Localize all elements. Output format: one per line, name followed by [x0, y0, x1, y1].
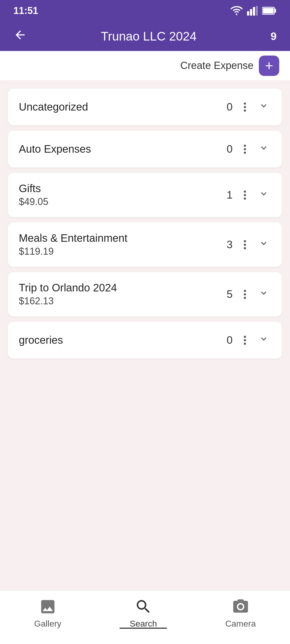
chevron-down-icon-meals-entertainment[interactable] [256, 236, 271, 253]
chevron-down-icon-groceries[interactable] [256, 331, 271, 349]
expense-count-uncategorized: 0 [226, 101, 234, 113]
svg-rect-6 [263, 8, 274, 13]
more-icon-meals-entertainment[interactable] [242, 238, 248, 251]
status-icons [230, 6, 277, 16]
svg-rect-2 [253, 7, 255, 16]
expense-name-meals-entertainment: Meals & Entertainment [19, 232, 226, 244]
chevron-down-icon-trip-orlando[interactable] [256, 286, 271, 303]
expense-count-groceries: 0 [226, 334, 234, 346]
nav-search-label: Search [130, 619, 157, 629]
status-bar: 11:51 [0, 0, 290, 21]
status-time: 11:51 [13, 5, 38, 16]
camera-icon [232, 598, 249, 616]
more-icon-groceries[interactable] [242, 334, 248, 347]
svg-rect-0 [247, 11, 249, 16]
expense-amount-trip-orlando: $162.13 [19, 295, 226, 307]
expense-card-auto-expenses[interactable]: Auto Expenses0 [8, 131, 282, 167]
more-icon-trip-orlando[interactable] [242, 288, 248, 301]
expense-count-auto-expenses: 0 [226, 143, 234, 155]
nav-gallery-label: Gallery [34, 619, 61, 629]
bottom-nav: Gallery Search Camera [0, 590, 290, 644]
expense-card-meals-entertainment[interactable]: Meals & Entertainment$119.193 [8, 222, 282, 267]
app-header: Trunao LLC 2024 9 [0, 21, 290, 51]
expense-amount-meals-entertainment: $119.19 [19, 246, 226, 257]
create-expense-label: Create Expense [180, 60, 254, 71]
notification-badge: 9 [268, 29, 279, 44]
header-title: Trunao LLC 2024 [38, 29, 260, 43]
expense-name-trip-orlando: Trip to Orlando 2024 [19, 282, 226, 294]
more-icon-uncategorized[interactable] [242, 100, 248, 114]
more-icon-gifts[interactable] [242, 188, 248, 202]
expense-count-trip-orlando: 5 [226, 288, 234, 300]
expense-card-gifts[interactable]: Gifts$49.051 [8, 173, 282, 217]
wifi-icon [230, 6, 243, 16]
svg-rect-1 [250, 9, 252, 16]
nav-item-gallery[interactable]: Gallery [18, 592, 77, 634]
chevron-down-icon-uncategorized[interactable] [256, 98, 271, 116]
chevron-down-icon-gifts[interactable] [256, 186, 271, 204]
expense-card-groceries[interactable]: groceries0 [8, 322, 282, 358]
expense-count-meals-entertainment: 3 [226, 239, 234, 251]
gallery-icon [39, 598, 57, 616]
more-icon-auto-expenses[interactable] [242, 142, 248, 156]
nav-item-search[interactable]: Search [114, 592, 173, 634]
create-expense-bar: Create Expense [0, 51, 290, 80]
create-expense-button[interactable] [259, 56, 279, 76]
svg-rect-5 [275, 9, 276, 13]
svg-rect-3 [256, 6, 258, 16]
battery-icon [262, 7, 277, 15]
nav-item-camera[interactable]: Camera [209, 592, 272, 634]
expense-name-auto-expenses: Auto Expenses [19, 143, 226, 155]
expense-count-gifts: 1 [226, 189, 234, 201]
nav-camera-label: Camera [225, 619, 256, 629]
chevron-down-icon-auto-expenses[interactable] [256, 140, 271, 158]
expense-list: Uncategorized0Auto Expenses0Gifts$49.051… [0, 80, 290, 367]
signal-icon [247, 6, 258, 16]
search-icon [135, 598, 152, 616]
expense-name-uncategorized: Uncategorized [19, 101, 226, 113]
expense-name-groceries: groceries [19, 334, 226, 346]
back-button[interactable] [11, 25, 30, 47]
expense-card-trip-orlando[interactable]: Trip to Orlando 2024$162.135 [8, 272, 282, 316]
expense-card-uncategorized[interactable]: Uncategorized0 [8, 89, 282, 125]
expense-amount-gifts: $49.05 [19, 196, 226, 207]
expense-name-gifts: Gifts [19, 182, 226, 195]
